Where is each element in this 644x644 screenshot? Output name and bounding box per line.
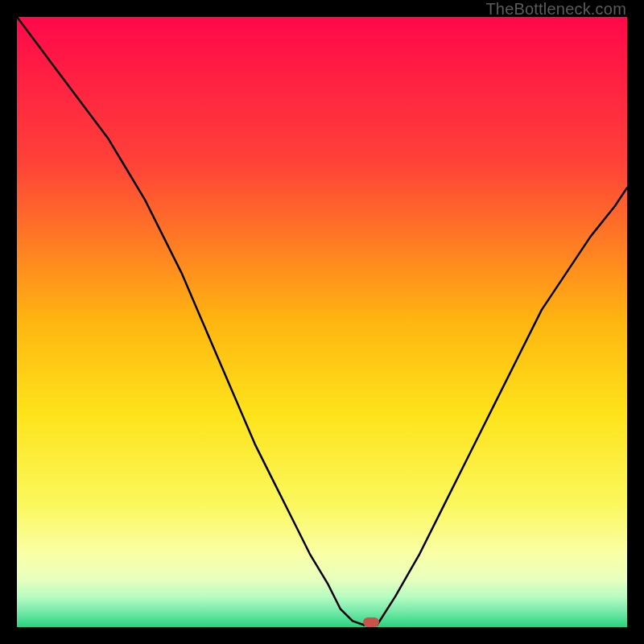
chart-frame: TheBottleneck.com [0, 0, 644, 644]
bottleneck-curve [17, 17, 627, 627]
optimum-marker [363, 617, 379, 627]
plot-area [17, 17, 627, 627]
watermark-text: TheBottleneck.com [485, 0, 626, 19]
